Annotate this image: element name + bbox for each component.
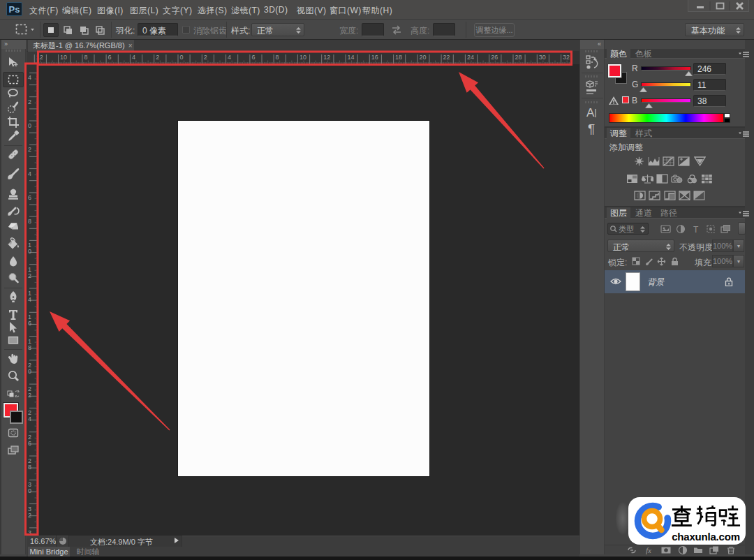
svg-text:22: 22 <box>443 54 450 61</box>
svg-text:16: 16 <box>371 54 378 61</box>
svg-text:0: 0 <box>180 54 184 61</box>
svg-text:6: 6 <box>28 320 31 327</box>
svg-text:28: 28 <box>515 54 522 61</box>
svg-text:0: 0 <box>28 368 31 375</box>
svg-text:0: 0 <box>28 248 31 255</box>
svg-text:4: 4 <box>28 170 31 177</box>
svg-text:8: 8 <box>28 464 31 471</box>
svg-text:24: 24 <box>467 54 474 61</box>
svg-text:8: 8 <box>28 218 31 225</box>
svg-text:2: 2 <box>28 392 31 399</box>
svg-text:0: 0 <box>28 487 31 494</box>
svg-text:30: 30 <box>539 54 546 61</box>
svg-text:2: 2 <box>28 98 31 105</box>
svg-text:4: 4 <box>28 296 31 303</box>
svg-text:4: 4 <box>28 415 31 422</box>
svg-text:2: 2 <box>28 512 31 519</box>
svg-text:2: 2 <box>156 54 159 61</box>
svg-text:fx: fx <box>646 546 651 554</box>
svg-text:6: 6 <box>251 54 255 61</box>
svg-text:26: 26 <box>491 54 498 61</box>
svg-text:6: 6 <box>28 440 31 447</box>
svg-text:20: 20 <box>419 54 426 61</box>
svg-text:8: 8 <box>28 344 31 351</box>
svg-text:2: 2 <box>28 146 31 153</box>
svg-text:6: 6 <box>108 54 112 61</box>
svg-text:10: 10 <box>60 54 67 61</box>
svg-text:10: 10 <box>300 54 306 61</box>
svg-text:14: 14 <box>348 54 355 61</box>
svg-text:4: 4 <box>28 74 31 81</box>
svg-text:4: 4 <box>132 54 135 61</box>
svg-text:2: 2 <box>28 272 31 279</box>
svg-text:2: 2 <box>204 54 207 61</box>
svg-text:T: T <box>693 225 699 235</box>
svg-text:4: 4 <box>228 54 231 61</box>
svg-text:18: 18 <box>395 54 402 61</box>
svg-text:12: 12 <box>323 54 330 61</box>
svg-text:8: 8 <box>84 54 87 61</box>
svg-text:6: 6 <box>28 194 31 201</box>
svg-text:32: 32 <box>563 54 570 61</box>
svg-text:8: 8 <box>276 54 279 61</box>
svg-text:0: 0 <box>28 122 31 129</box>
